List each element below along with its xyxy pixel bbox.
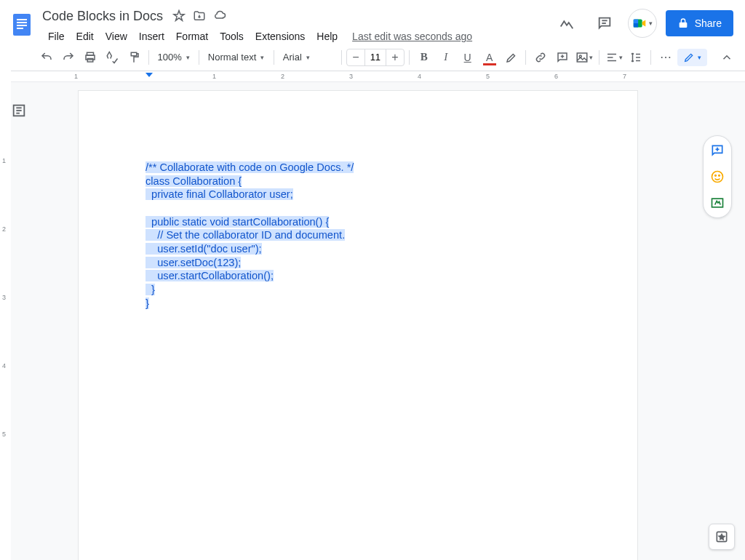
horizontal-ruler[interactable]: 1 1 2 3 4 5 6 7 xyxy=(0,71,745,82)
font-dropdown[interactable]: Arial▾ xyxy=(279,47,337,68)
more-button[interactable]: ⋯ xyxy=(656,47,676,68)
menu-insert[interactable]: Insert xyxy=(133,28,170,45)
doc-title[interactable]: Code Blocks in Docs xyxy=(42,9,163,24)
menu-edit[interactable]: Edit xyxy=(71,28,100,45)
last-edit-link[interactable]: Last edit was seconds ago xyxy=(352,31,472,42)
font-size-stepper[interactable]: − + xyxy=(346,49,405,66)
menu-file[interactable]: File xyxy=(42,28,71,45)
align-button[interactable]: ▾ xyxy=(604,47,624,68)
comment-history-icon[interactable] xyxy=(590,9,619,38)
svg-rect-2 xyxy=(17,22,27,23)
activity-icon[interactable] xyxy=(552,9,581,38)
toolbar: 100%▾ Normal text▾ Arial▾ − + B I U A ▾ … xyxy=(0,44,745,71)
insert-image-button[interactable]: ▾ xyxy=(574,47,594,68)
document-page[interactable]: /** Collaborate with code on Google Docs… xyxy=(79,91,637,560)
document-outline-button[interactable] xyxy=(11,103,28,120)
style-dropdown[interactable]: Normal text▾ xyxy=(204,47,269,68)
share-button[interactable]: Share xyxy=(666,10,733,36)
document-content[interactable]: /** Collaborate with code on Google Docs… xyxy=(146,161,570,310)
vertical-ruler[interactable]: 1 2 3 4 5 xyxy=(0,82,11,560)
svg-rect-9 xyxy=(634,23,638,28)
editing-mode-button[interactable]: ▾ xyxy=(677,49,707,66)
menu-extensions[interactable]: Extensions xyxy=(250,28,311,45)
emoji-reaction-icon[interactable] xyxy=(710,169,725,184)
svg-rect-3 xyxy=(17,25,27,26)
svg-point-30 xyxy=(715,175,717,177)
move-to-folder-icon[interactable] xyxy=(192,9,207,23)
hide-menus-button[interactable] xyxy=(720,51,733,64)
add-comment-icon[interactable] xyxy=(710,143,725,158)
insert-comment-button[interactable] xyxy=(552,47,573,68)
font-size-input[interactable] xyxy=(364,49,386,65)
line-spacing-button[interactable] xyxy=(626,47,646,68)
paint-format-button[interactable] xyxy=(124,47,144,68)
menu-help[interactable]: Help xyxy=(311,28,343,45)
increase-font-size[interactable]: + xyxy=(386,51,404,64)
zoom-dropdown[interactable]: 100%▾ xyxy=(154,47,194,68)
svg-point-31 xyxy=(719,175,720,177)
italic-button[interactable]: I xyxy=(436,47,456,68)
print-button[interactable] xyxy=(80,47,100,68)
indent-marker[interactable] xyxy=(146,73,153,77)
svg-rect-1 xyxy=(17,19,27,20)
menu-view[interactable]: View xyxy=(100,28,133,45)
star-icon[interactable] xyxy=(172,9,186,23)
suggest-edits-icon[interactable] xyxy=(710,196,725,210)
redo-button[interactable] xyxy=(58,47,79,68)
menu-format[interactable]: Format xyxy=(170,28,214,45)
side-toolbar xyxy=(703,135,732,218)
meet-icon[interactable]: ▾ xyxy=(628,9,657,38)
cloud-status-icon[interactable] xyxy=(212,9,227,23)
docs-logo[interactable] xyxy=(7,10,36,39)
spellcheck-button[interactable] xyxy=(102,47,122,68)
text-color-button[interactable]: A xyxy=(479,47,500,68)
insert-link-button[interactable] xyxy=(530,47,551,68)
share-label: Share xyxy=(695,17,722,29)
explore-button[interactable] xyxy=(709,524,735,550)
highlight-color-button[interactable] xyxy=(501,47,522,68)
svg-rect-15 xyxy=(578,53,588,62)
svg-rect-4 xyxy=(17,28,23,29)
svg-rect-8 xyxy=(634,20,638,24)
underline-button[interactable]: U xyxy=(458,47,478,68)
svg-point-29 xyxy=(712,172,723,183)
decrease-font-size[interactable]: − xyxy=(347,51,364,64)
menu-tools[interactable]: Tools xyxy=(214,28,250,45)
undo-button[interactable] xyxy=(36,47,57,68)
bold-button[interactable]: B xyxy=(414,47,434,68)
